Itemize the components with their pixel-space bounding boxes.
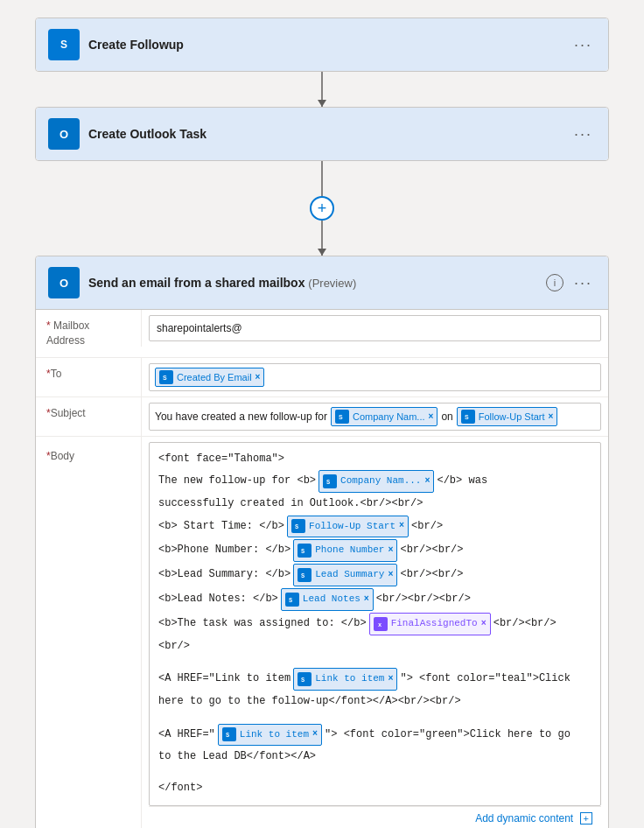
body-line-4: <b> Start Time: </b> S Follow-Up Start ×…: [158, 516, 592, 538]
step-send-email: O Send an email from a shared mailbox (P…: [35, 256, 609, 828]
company-name-close-subject[interactable]: ×: [429, 411, 434, 421]
step-send-email-header[interactable]: O Send an email from a shared mailbox (P…: [36, 256, 608, 309]
token-icon-final-assigned: x: [374, 617, 388, 631]
lead-notes-label: Lead Notes: [303, 591, 360, 608]
link-to-item-label-2: Link to item: [240, 726, 309, 744]
token-icon-lead-notes: S: [285, 593, 299, 607]
link-to-item-close-2[interactable]: ×: [312, 726, 318, 742]
created-by-email-label: Created By Email: [177, 372, 252, 382]
step-send-email-menu[interactable]: ···: [570, 274, 596, 292]
link-to-item-token-2[interactable]: S Link to item ×: [218, 724, 322, 747]
step-send-email-body: * Mailbox Address *To S: [36, 309, 608, 828]
body-line-8: <b>The task was assigned to: </b> x Fina…: [158, 613, 592, 635]
step-outlook-task-menu[interactable]: ···: [570, 125, 596, 144]
link-to-item-token-1[interactable]: S Link to item ×: [293, 668, 397, 691]
body-line-14: <A HREF=" S Link to item × "> <font colo…: [158, 724, 592, 747]
created-by-email-close[interactable]: ×: [256, 372, 261, 382]
followup-start-label-body: Follow-Up Start: [309, 518, 396, 536]
lead-summary-token[interactable]: S Lead Summary ×: [293, 564, 397, 586]
body-line-17: </font>: [158, 779, 592, 798]
mailbox-label: * Mailbox Address: [36, 310, 141, 357]
lead-summary-close[interactable]: ×: [388, 567, 393, 583]
to-input[interactable]: S Created By Email ×: [149, 363, 601, 391]
token-icon-link-2: S: [222, 727, 236, 741]
final-assigned-to-token[interactable]: x FinalAssignedTo ×: [369, 613, 491, 635]
info-icon[interactable]: i: [546, 274, 564, 291]
step-create-followup-menu[interactable]: ···: [570, 36, 596, 54]
add-dynamic-label: Add dynamic content: [475, 812, 573, 824]
final-assigned-close[interactable]: ×: [481, 616, 486, 632]
to-row: *To S Created By Email ×: [36, 358, 608, 397]
body-line-6: <b>Lead Summary: </b> S Lead Summary × <…: [158, 564, 592, 586]
body-line-13: [158, 713, 592, 722]
subject-row: *Subject You have created a new follow-u…: [36, 397, 608, 437]
to-label: *To: [36, 358, 141, 390]
company-name-label-subject: Company Nam...: [353, 411, 425, 422]
add-step-button[interactable]: +: [310, 196, 334, 221]
add-dynamic-content[interactable]: Add dynamic content +: [149, 806, 601, 828]
svg-text:S: S: [289, 597, 292, 604]
svg-text:S: S: [326, 479, 330, 486]
outlook-icon-2: O: [48, 267, 80, 298]
step-send-email-badge: (Preview): [308, 277, 356, 290]
add-dynamic-icon: +: [580, 812, 592, 824]
body-line-2: The new follow-up for <b> S Company Nam.…: [158, 470, 592, 493]
svg-text:S: S: [226, 732, 229, 739]
link-to-item-label-1: Link to item: [315, 670, 384, 688]
body-line-11: <A HREF="Link to item S Link to item × "…: [158, 668, 592, 691]
subject-field: You have created a new follow-up for S C…: [141, 397, 608, 436]
svg-marker-4: [318, 249, 326, 256]
body-input[interactable]: <font face="Tahoma"> The new follow-up f…: [149, 442, 601, 806]
to-field: S Created By Email ×: [141, 358, 608, 396]
created-by-email-token[interactable]: S Created By Email ×: [155, 368, 264, 387]
step-create-outlook-task-header[interactable]: O Create Outlook Task ···: [36, 108, 608, 160]
token-icon-company-body: S: [323, 474, 337, 488]
step-create-outlook-task: O Create Outlook Task ···: [35, 107, 609, 161]
lead-notes-token[interactable]: S Lead Notes ×: [281, 588, 374, 611]
svg-text:S: S: [465, 414, 469, 420]
followup-start-label-subject: Follow-Up Start: [479, 411, 545, 422]
token-icon-followup-body: S: [291, 519, 305, 533]
followup-start-close-body[interactable]: ×: [399, 518, 404, 534]
subject-input[interactable]: You have created a new follow-up for S C…: [149, 403, 601, 431]
company-name-label-body: Company Nam...: [340, 473, 421, 490]
phone-number-token[interactable]: S Phone Number ×: [293, 539, 397, 562]
svg-text:S: S: [163, 375, 167, 381]
token-icon-lead-summary: S: [298, 568, 312, 582]
svg-text:S: S: [301, 572, 304, 579]
step-create-followup-title: Create Followup: [88, 38, 570, 52]
followup-start-close-subject[interactable]: ×: [549, 411, 554, 421]
mailbox-input[interactable]: [149, 315, 601, 341]
body-line-7: <b>Lead Notes: </b> S Lead Notes × <br/>…: [158, 588, 592, 611]
followup-start-token-body[interactable]: S Follow-Up Start ×: [287, 516, 409, 538]
phone-number-close[interactable]: ×: [388, 543, 393, 558]
body-label: *Body: [36, 437, 141, 473]
body-line-15: to the Lead DB</font></A>: [158, 747, 592, 767]
followup-start-token-subject[interactable]: S Follow-Up Start ×: [457, 407, 558, 426]
svg-text:S: S: [295, 523, 298, 530]
company-name-close-body[interactable]: ×: [424, 474, 430, 489]
connector-1: [35, 72, 609, 107]
body-row: *Body <font face="Tahoma"> The new follo…: [36, 437, 608, 828]
sharepoint-icon: S: [48, 29, 80, 60]
phone-number-label: Phone Number: [315, 542, 384, 559]
body-line-3: successfully created in Outlook.<br/><br…: [158, 495, 592, 514]
body-line-1: <font face="Tahoma">: [158, 450, 592, 469]
subject-text-1: You have created a new follow-up for: [155, 410, 327, 423]
body-line-12: here to go to the follow-up</font></A><b…: [158, 692, 592, 712]
subject-text-2: on: [441, 410, 452, 423]
connector-2: [35, 161, 609, 196]
mailbox-field: [141, 310, 608, 347]
company-name-token-subject[interactable]: S Company Nam... ×: [331, 407, 438, 426]
link-to-item-close-1[interactable]: ×: [388, 671, 393, 687]
step-outlook-task-title: Create Outlook Task: [88, 127, 570, 141]
add-step-area[interactable]: +: [35, 196, 609, 221]
body-line-5: <b>Phone Number: </b> S Phone Number × <…: [158, 539, 592, 562]
step-create-followup: S Create Followup ···: [35, 18, 609, 72]
company-name-token-body[interactable]: S Company Nam... ×: [318, 470, 434, 493]
subject-label: *Subject: [36, 397, 141, 430]
lead-notes-close[interactable]: ×: [364, 592, 369, 607]
token-icon-company-subject: S: [335, 410, 349, 424]
step-create-followup-header[interactable]: S Create Followup ···: [36, 18, 608, 71]
svg-text:S: S: [301, 548, 304, 555]
